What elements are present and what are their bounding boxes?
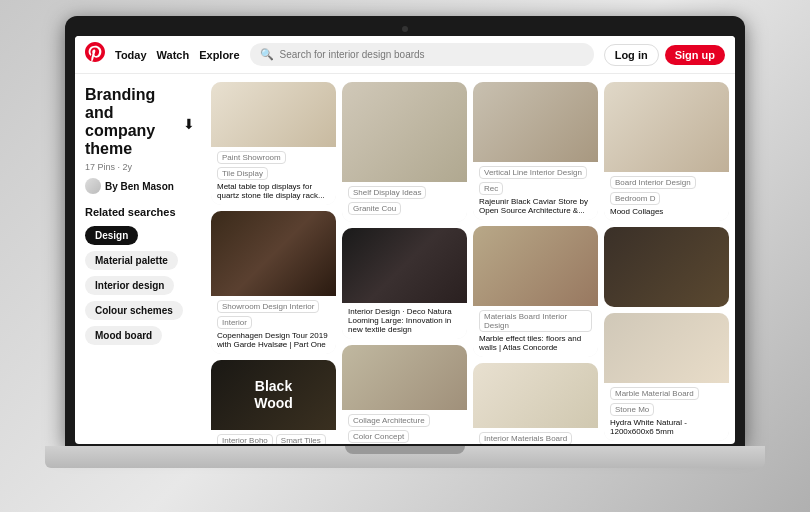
login-button[interactable]: Log in: [604, 44, 659, 66]
nav-watch[interactable]: Watch: [157, 49, 190, 61]
pin-card[interactable]: BlackWood Interior BohoSmart Tiles Quest…: [211, 360, 336, 444]
tag-interior[interactable]: Interior design: [85, 276, 174, 295]
nav-today[interactable]: Today: [115, 49, 147, 61]
pin-card[interactable]: [604, 227, 729, 307]
pin-card[interactable]: Vertical Line Interior DesignRec Rajeuni…: [473, 82, 598, 220]
masonry-col-1: Paint ShowroomTile Display Metal table t…: [211, 82, 336, 444]
pin-card[interactable]: Collage ArchitectureColor Concept SHAKE …: [342, 345, 467, 444]
author-name: By Ben Mason: [105, 181, 174, 192]
masonry-col-2: Shelf Display IdeasGranite Cou Interior …: [342, 82, 467, 444]
signup-button[interactable]: Sign up: [665, 45, 725, 65]
pin-card[interactable]: Shelf Display IdeasGranite Cou: [342, 82, 467, 222]
masonry-col-3: Vertical Line Interior DesignRec Rajeuni…: [473, 82, 598, 444]
search-bar[interactable]: 🔍 Search for interior design boards: [250, 43, 594, 66]
pin-card[interactable]: Marble Material BoardStone Mo Hydra Whit…: [604, 313, 729, 441]
screen-content: Today Watch Explore 🔍 Search for interio…: [75, 36, 735, 444]
pin-card[interactable]: Showroom Design InteriorInterior Copenha…: [211, 211, 336, 354]
laptop-notch: [345, 446, 465, 454]
pin-card[interactable]: Interior Design · Deco Natura Looming La…: [342, 228, 467, 339]
masonry-grid: Paint ShowroomTile Display Metal table t…: [211, 82, 729, 444]
tag-colour[interactable]: Colour schemes: [85, 301, 183, 320]
search-icon: 🔍: [260, 48, 274, 61]
nav-explore[interactable]: Explore: [199, 49, 239, 61]
header: Today Watch Explore 🔍 Search for interio…: [75, 36, 735, 74]
download-icon[interactable]: ⬇: [183, 116, 195, 132]
pin-card[interactable]: Board Interior DesignBedroom D Mood Coll…: [604, 82, 729, 221]
laptop-wrapper: Today Watch Explore 🔍 Search for interio…: [45, 16, 765, 496]
pins-area: Paint ShowroomTile Display Metal table t…: [205, 74, 735, 444]
board-meta: 17 Pins · 2y: [85, 162, 195, 172]
search-placeholder: Search for interior design boards: [280, 49, 425, 60]
camera: [402, 26, 408, 32]
pin-card[interactable]: Paint ShowroomTile Display Metal table t…: [211, 82, 336, 205]
related-searches-header: Related searches: [85, 206, 195, 218]
laptop-base: [45, 446, 765, 468]
board-title: Branding and company theme: [85, 86, 183, 158]
pin-card[interactable]: Interior Materials BoardKitchen H Rico H…: [473, 363, 598, 444]
pinterest-logo: [85, 42, 105, 67]
masonry-col-4: Board Interior DesignBedroom D Mood Coll…: [604, 82, 729, 441]
sidebar: Branding and company theme ⬇ 17 Pins · 2…: [75, 74, 205, 444]
laptop-screen: Today Watch Explore 🔍 Search for interio…: [65, 16, 745, 446]
tag-mood[interactable]: Mood board: [85, 326, 162, 345]
tag-material[interactable]: Material palette: [85, 251, 178, 270]
board-author: By Ben Mason: [85, 178, 195, 194]
avatar: [85, 178, 101, 194]
nav-links: Today Watch Explore: [115, 49, 240, 61]
main-content: Branding and company theme ⬇ 17 Pins · 2…: [75, 74, 735, 444]
pinterest-app: Today Watch Explore 🔍 Search for interio…: [75, 36, 735, 444]
header-actions: Log in Sign up: [604, 44, 725, 66]
pin-card[interactable]: Materials Board Interior Design Marble e…: [473, 226, 598, 357]
tag-design[interactable]: Design: [85, 226, 138, 245]
